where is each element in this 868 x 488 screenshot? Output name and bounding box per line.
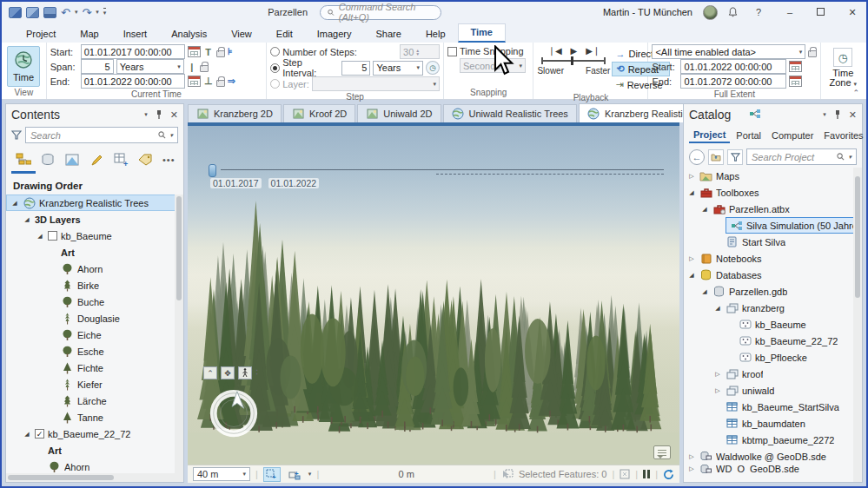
select-tool-icon[interactable]: [620, 469, 630, 479]
notification-bubble-icon[interactable]: [653, 445, 671, 459]
contents-more-tabs-icon[interactable]: •••: [162, 155, 176, 165]
tree-item-silva-simulation-50-jahre-[interactable]: Silva Simulation (50 Jahre): [684, 217, 862, 234]
step-interval-input[interactable]: 5: [341, 61, 371, 76]
tree-item-kb_baeume[interactable]: ◢kb_Baeume: [6, 228, 183, 244]
visibility-checkbox[interactable]: ✓: [35, 429, 44, 439]
tree-item-3d-layers[interactable]: ◢3D Layers: [6, 211, 183, 228]
contents-pin-icon[interactable]: [156, 110, 162, 119]
collapse-ribbon-icon[interactable]: ⌃: [852, 89, 859, 97]
navigator-walk-icon[interactable]: [238, 366, 252, 379]
collapse-icon[interactable]: ◢: [36, 233, 44, 240]
notifications-bell-icon[interactable]: [728, 7, 738, 17]
contents-hscrollbar[interactable]: [6, 473, 183, 482]
collapse-icon[interactable]: ◢: [713, 305, 722, 312]
expand-icon[interactable]: ▷: [687, 255, 696, 262]
ribbon-tab-map[interactable]: Map: [68, 26, 110, 43]
redo-dropdown-icon[interactable]: ▾: [96, 9, 99, 16]
collapse-icon[interactable]: ◢: [687, 189, 696, 196]
collapse-icon[interactable]: ◢: [23, 431, 31, 438]
minimize-button[interactable]: –: [779, 7, 800, 17]
tree-item-start-silva[interactable]: Start Silva: [684, 234, 862, 250]
tree-item-birke[interactable]: Birke: [6, 277, 183, 293]
span-unit-select[interactable]: Years▾: [116, 59, 184, 74]
ribbon-tab-analysis[interactable]: Analysis: [159, 26, 219, 43]
open-project-icon[interactable]: [26, 7, 39, 18]
ribbon-tab-view[interactable]: View: [219, 26, 264, 43]
set-end-icon[interactable]: ⊥: [203, 76, 214, 87]
contents-menu-icon[interactable]: ▾: [144, 111, 148, 118]
play-button[interactable]: ▶: [571, 46, 578, 56]
collapse-icon[interactable]: ◢: [10, 200, 19, 207]
ribbon-tab-edit[interactable]: Edit: [264, 26, 305, 43]
tree-item-uniwald[interactable]: ▷uniwald: [684, 382, 862, 399]
tree-item-notebooks[interactable]: ▷Notebooks: [684, 250, 862, 267]
current-end-input[interactable]: 01.01.2022 00:00:00: [81, 74, 185, 89]
catalog-filter-icon[interactable]: [727, 149, 743, 165]
tree-item-art[interactable]: Art: [6, 244, 183, 260]
end-lock-icon[interactable]: [216, 80, 225, 87]
end-calendar-icon[interactable]: [188, 76, 201, 87]
tree-item-kb_baeume[interactable]: kb_Baeume: [684, 316, 862, 333]
pause-drawing-button[interactable]: [643, 470, 650, 478]
span-value-input[interactable]: 5: [81, 59, 114, 74]
tree-item-kroof[interactable]: ▷kroof: [684, 366, 862, 382]
start-calendar-icon[interactable]: [188, 46, 201, 57]
tree-item-waldwolke-geodb-sde[interactable]: ▷Waldwolke @ GeoDB.sde: [684, 448, 862, 465]
expand-icon[interactable]: ▷: [687, 453, 696, 460]
tree-item-toolboxes[interactable]: ◢Toolboxes: [684, 184, 862, 201]
ribbon-tab-share[interactable]: Share: [364, 26, 414, 43]
tree-item-parzellen-atbx[interactable]: ◢Parzellen.atbx: [684, 201, 862, 217]
redo-button[interactable]: ↷: [82, 7, 91, 18]
scene-view[interactable]: 01.01.2017 01.01.2022 ⌃ ✥ ⠅: [188, 126, 679, 465]
view-tab-uniwald-realistic-trees[interactable]: Uniwald Realistic Trees: [443, 104, 577, 122]
tree-item-kbtmp_baeume_2272[interactable]: kbtmp_baeume_2272: [684, 432, 862, 448]
ribbon-tab-imagery[interactable]: Imagery: [305, 26, 364, 43]
catalog-tab-favorites[interactable]: Favorites: [819, 129, 867, 142]
list-by-data-source-tab[interactable]: [37, 150, 58, 169]
number-of-steps-radio[interactable]: [270, 47, 280, 56]
map-time-slider[interactable]: 01.01.2017 01.01.2022: [209, 164, 664, 187]
start-lock-icon[interactable]: [216, 50, 225, 57]
tree-item-kiefer[interactable]: Kiefer: [6, 376, 183, 392]
full-extent-start-input[interactable]: 01.01.2022 00:00:00: [680, 59, 786, 74]
time-snapping-checkbox[interactable]: [447, 47, 457, 56]
contents-close-icon[interactable]: ✕: [170, 109, 178, 121]
set-start-icon[interactable]: T: [203, 47, 214, 57]
collapse-icon[interactable]: ◢: [23, 216, 31, 223]
full-extent-end-input[interactable]: 01.01.2072 00:00:00: [680, 74, 786, 89]
help-button[interactable]: ?: [748, 7, 769, 17]
catalog-up-folder-icon[interactable]: [708, 149, 724, 165]
dynamic-constraints-button[interactable]: +: [286, 467, 303, 482]
expand-icon[interactable]: ▷: [713, 371, 722, 378]
time-slider-handle[interactable]: [209, 164, 216, 177]
step-forward-button[interactable]: ▶❘: [586, 46, 600, 56]
undo-button[interactable]: ↶: [61, 7, 70, 18]
vertical-scrollbar[interactable]: [853, 168, 862, 482]
tree-item-tanne[interactable]: Tanne: [6, 409, 183, 425]
time-view-toggle-button[interactable]: Time: [7, 46, 40, 87]
ribbon-tab-help[interactable]: Help: [414, 26, 458, 43]
save-project-icon[interactable]: [43, 7, 56, 18]
undo-dropdown-icon[interactable]: ▾: [75, 9, 78, 16]
tree-item-ahorn[interactable]: Ahorn: [6, 458, 183, 473]
tree-item-parzellen-gdb[interactable]: ◢Parzellen.gdb: [684, 283, 862, 300]
ribbon-tab-time[interactable]: Time: [458, 23, 506, 43]
navigator-compass[interactable]: [207, 386, 261, 440]
new-project-icon[interactable]: [9, 7, 22, 18]
catalog-back-button[interactable]: ←: [689, 149, 705, 165]
full-extent-end-calendar-icon[interactable]: [789, 76, 802, 87]
tree-item-art[interactable]: Art: [6, 442, 183, 458]
tree-item-kb_pfloecke[interactable]: kb_Pfloecke: [684, 349, 862, 366]
collapse-icon[interactable]: ◢: [687, 272, 696, 279]
tree-item-kb_baeume_22_72[interactable]: ◢✓kb_Baeume_22_72: [6, 425, 183, 442]
catalog-close-icon[interactable]: ✕: [849, 109, 857, 121]
list-by-labeling-tab[interactable]: [135, 150, 156, 169]
tree-item-wd_o_geodb-sde[interactable]: ▷WD_O_GeoDB.sde: [684, 465, 862, 473]
list-by-editing-tab[interactable]: [86, 150, 107, 169]
tree-item-kb_baumdaten[interactable]: kb_baumdaten: [684, 415, 862, 432]
snapping-dropdown-icon[interactable]: ▾: [308, 471, 312, 478]
collapse-icon[interactable]: ◢: [700, 288, 709, 295]
tree-item-buche[interactable]: Buche: [6, 293, 183, 310]
step-interval-unit-select[interactable]: Years▾: [373, 61, 423, 76]
list-by-drawing-order-tab[interactable]: [13, 150, 34, 169]
